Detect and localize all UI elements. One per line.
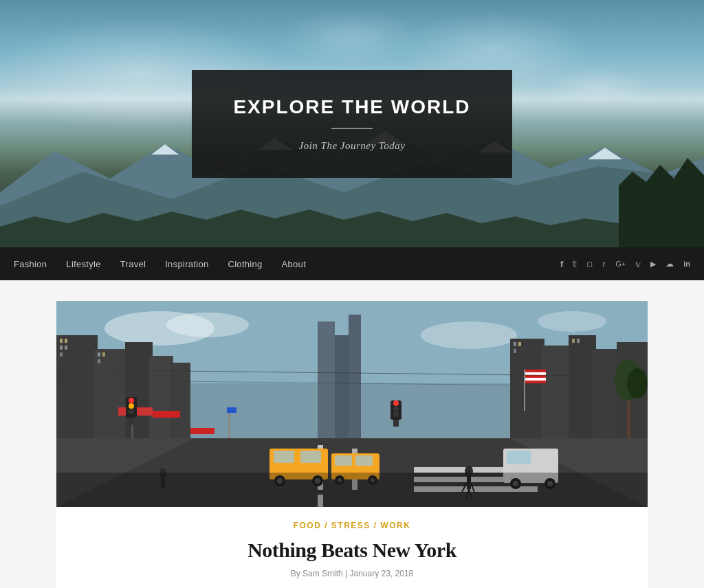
nav-item-inspiration[interactable]: Inspiration — [165, 258, 208, 270]
svg-rect-56 — [300, 451, 321, 463]
nav-item-fashion[interactable]: Fashion — [14, 258, 47, 270]
svg-point-77 — [129, 403, 134, 409]
hero-subtitle: Join The Journey Today — [233, 140, 470, 152]
nav-link-clothing[interactable]: Clothing — [228, 259, 262, 269]
svg-rect-92 — [227, 407, 236, 413]
nav-link-travel[interactable]: Travel — [120, 259, 146, 269]
hero-section: EXPLORE THE WORLD Join The Journey Today — [0, 0, 704, 247]
svg-rect-38 — [514, 349, 516, 353]
nav-item-about[interactable]: About — [282, 258, 306, 270]
nav-item-clothing[interactable]: Clothing — [228, 258, 262, 270]
svg-rect-69 — [507, 451, 531, 464]
post-author-line: By Sam Smith | January 23, 2018 — [56, 569, 648, 588]
linkedin-icon[interactable]: in — [683, 260, 690, 268]
svg-rect-23 — [60, 339, 63, 343]
svg-rect-40 — [577, 339, 580, 343]
nav-link-inspiration[interactable]: Inspiration — [165, 259, 208, 269]
svg-rect-89 — [525, 378, 546, 381]
svg-rect-29 — [102, 352, 105, 357]
svg-rect-84 — [131, 425, 133, 438]
svg-rect-37 — [518, 342, 521, 346]
nav-link-about[interactable]: About — [282, 259, 306, 269]
main-content: FOOD / STRESS / WORK Nothing Beats New Y… — [0, 280, 704, 588]
svg-rect-87 — [525, 372, 546, 375]
svg-rect-62 — [335, 455, 352, 466]
tumblr-icon[interactable]: 𝕧 — [635, 259, 641, 269]
pinterest-icon[interactable]: 𝔯 — [602, 258, 606, 269]
svg-rect-43 — [190, 428, 214, 434]
hero-title: EXPLORE THE WORLD — [233, 96, 470, 118]
main-navbar: Fashion Lifestyle Travel Inspiration Clo… — [0, 247, 704, 280]
svg-rect-39 — [572, 339, 575, 343]
post-title[interactable]: Nothing Beats New York — [56, 536, 648, 569]
svg-rect-30 — [98, 359, 100, 363]
svg-point-78 — [129, 409, 134, 414]
soundcloud-icon[interactable]: ☁ — [666, 259, 674, 269]
svg-point-13 — [421, 321, 517, 349]
svg-point-76 — [129, 398, 134, 403]
svg-point-82 — [393, 406, 399, 411]
nav-social-icons: f 𝕥 ◻ 𝔯 G+ 𝕧 ▶ ☁ in — [560, 258, 690, 269]
nav-link-fashion[interactable]: Fashion — [14, 259, 47, 269]
svg-rect-42 — [153, 411, 180, 418]
svg-rect-26 — [65, 346, 67, 350]
svg-rect-24 — [65, 339, 67, 343]
svg-point-12 — [166, 313, 249, 337]
svg-rect-17 — [349, 315, 361, 459]
nav-item-travel[interactable]: Travel — [120, 258, 146, 270]
svg-rect-106 — [56, 473, 648, 507]
svg-rect-85 — [524, 370, 525, 411]
googleplus-icon[interactable]: G+ — [615, 260, 626, 268]
svg-rect-25 — [60, 346, 63, 350]
svg-rect-28 — [98, 352, 100, 357]
svg-point-81 — [393, 400, 399, 406]
nav-link-lifestyle[interactable]: Lifestyle — [66, 259, 100, 269]
svg-rect-55 — [274, 451, 294, 463]
facebook-icon[interactable]: f — [560, 259, 563, 269]
svg-point-14 — [538, 311, 606, 332]
nyc-street-svg — [56, 301, 648, 507]
hero-divider — [331, 128, 373, 129]
svg-rect-27 — [60, 352, 63, 357]
twitter-icon[interactable]: 𝕥 — [573, 259, 577, 269]
svg-rect-36 — [514, 342, 516, 346]
instagram-icon[interactable]: ◻ — [586, 260, 593, 269]
post-card: FOOD / STRESS / WORK Nothing Beats New Y… — [56, 301, 648, 588]
post-featured-image — [56, 301, 648, 507]
svg-point-83 — [393, 411, 399, 417]
hero-title-box: EXPLORE THE WORLD Join The Journey Today — [192, 70, 512, 178]
post-category-text: FOOD / STRESS / WORK — [294, 521, 411, 530]
svg-point-103 — [627, 368, 648, 398]
nav-item-lifestyle[interactable]: Lifestyle — [66, 258, 100, 270]
svg-rect-63 — [355, 455, 373, 466]
nav-links-list: Fashion Lifestyle Travel Inspiration Clo… — [14, 258, 306, 270]
post-category[interactable]: FOOD / STRESS / WORK — [56, 507, 648, 536]
svg-rect-90 — [525, 381, 546, 383]
youtube-icon[interactable]: ▶ — [650, 260, 656, 269]
